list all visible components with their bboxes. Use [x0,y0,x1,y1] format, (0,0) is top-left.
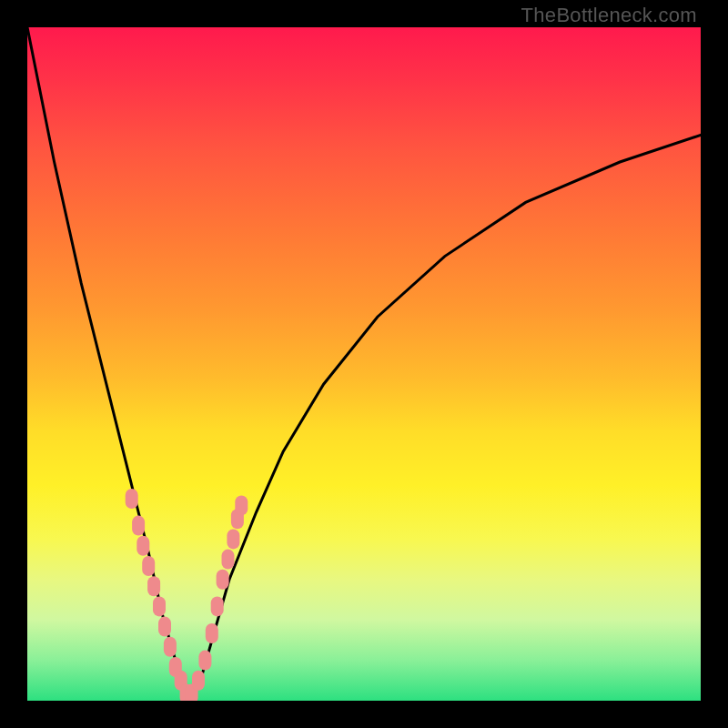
curve-marker [211,596,224,616]
bottleneck-curve [27,27,701,694]
curve-marker [175,671,187,691]
curve-marker [147,576,160,596]
chart-frame: TheBottleneck.com [0,0,728,728]
curve-marker [153,596,166,616]
curve-marker [158,617,171,637]
curve-marker [132,516,145,536]
curve-marker [169,657,182,677]
marker-group [126,489,248,701]
curve-marker [180,684,193,701]
curve-marker [217,570,229,590]
curve-marker [227,529,239,549]
curve-marker [198,651,211,671]
plot-area [27,27,701,701]
curve-marker [192,671,205,691]
curve-marker [231,509,244,529]
curve-marker [136,536,149,556]
curve-marker [164,637,177,657]
curve-marker [126,489,138,509]
curve-marker [142,556,155,576]
curve-marker [186,684,198,701]
watermark: TheBottleneck.com [521,4,697,27]
curve-marker [206,623,218,643]
curve-marker [235,495,248,515]
curve-marker [222,550,235,570]
curve-layer [27,27,701,701]
